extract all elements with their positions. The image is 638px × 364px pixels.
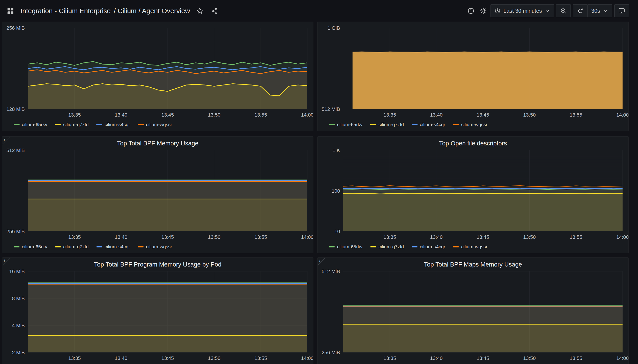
time-series-chart[interactable]: 13:3513:4013:4513:5013:5514:00256 MiB128… [4, 26, 312, 119]
legend-swatch [370, 246, 376, 248]
toolbar: Integration - Cilium Enterprise / Cilium… [0, 0, 638, 22]
svg-text:13:55: 13:55 [570, 355, 582, 361]
legend-swatch [453, 124, 459, 125]
legend-item[interactable]: cilium-wqssr [138, 122, 172, 127]
time-range-label: Last 30 minutes [504, 8, 542, 14]
svg-text:13:55: 13:55 [570, 234, 582, 240]
page-title[interactable]: / Cilium / Agent Overview [114, 7, 190, 15]
legend-swatch [96, 246, 102, 248]
grafana-dashboard: { "nav": { "title_left": "Integration - … [0, 0, 638, 364]
star-icon[interactable] [195, 6, 204, 16]
svg-text:13:50: 13:50 [523, 234, 536, 240]
clock-icon [494, 8, 501, 14]
toolbar-left: Integration - Cilium Enterprise / Cilium… [6, 6, 219, 16]
legend-item[interactable]: cilium-65rkv [14, 244, 47, 250]
legend-item[interactable]: cilium-s4cqr [96, 244, 130, 250]
legend-swatch [14, 246, 20, 248]
svg-text:13:45: 13:45 [476, 234, 489, 240]
svg-text:256 MiB: 256 MiB [322, 350, 340, 355]
zoom-out-button[interactable] [556, 4, 571, 17]
svg-text:13:45: 13:45 [162, 355, 174, 361]
legend-item[interactable]: cilium-65rkv [329, 122, 362, 127]
svg-text:10: 10 [334, 228, 340, 234]
svg-text:13:40: 13:40 [115, 355, 127, 361]
refresh-interval-label: 30s [591, 8, 600, 14]
panel-header[interactable]: Top Total BPF Memory Usage [4, 138, 312, 148]
svg-text:256 MiB: 256 MiB [6, 228, 25, 234]
time-series-chart[interactable]: 13:3513:4013:4513:5013:5514:00512 MiB256… [4, 148, 312, 241]
svg-text:2 MiB: 2 MiB [12, 350, 25, 355]
legend-item[interactable]: cilium-wqssr [453, 122, 488, 127]
tv-mode-button[interactable] [614, 4, 629, 17]
legend-swatch [370, 124, 376, 125]
legend-item[interactable]: cilium-65rkv [14, 122, 47, 127]
svg-text:13:55: 13:55 [570, 112, 582, 118]
refresh-button[interactable] [573, 4, 588, 17]
search-minus-icon [560, 8, 567, 14]
legend-item[interactable]: cilium-s4cqr [412, 122, 445, 127]
legend: cilium-65rkvcilium-q7zfdcilium-s4cqrcili… [329, 362, 627, 364]
breadcrumb-folder[interactable]: Integration - Cilium Enterprise [20, 7, 111, 15]
legend-item[interactable]: cilium-wqssr [138, 244, 172, 250]
time-series-chart[interactable]: 13:3513:4013:4513:5013:5514:001 K10010 [319, 148, 627, 241]
refresh-group: 30s [573, 4, 612, 17]
legend-swatch [138, 124, 144, 125]
legend-swatch [329, 246, 335, 248]
svg-text:4 MiB: 4 MiB [12, 323, 25, 328]
svg-text:13:35: 13:35 [68, 234, 81, 240]
panel-title: Top Total BPF Program Memory Usage by Po… [94, 261, 222, 268]
svg-text:13:55: 13:55 [254, 112, 267, 118]
legend-item[interactable]: cilium-s4cqr [96, 122, 130, 127]
panel-info-icon[interactable]: i [318, 258, 325, 266]
svg-text:128 MiB: 128 MiB [6, 106, 25, 112]
panel-info-icon[interactable]: i [2, 258, 10, 266]
svg-text:13:45: 13:45 [162, 234, 174, 240]
svg-text:14:00: 14:00 [301, 112, 314, 118]
apps-grid-icon[interactable] [6, 6, 16, 16]
svg-text:13:50: 13:50 [208, 112, 220, 118]
panel-top-total-bpf-maps-memory-usage: i Top Total BPF Maps Memory Usage 13:351… [317, 258, 629, 364]
panel-header[interactable]: Top Total BPF Maps Memory Usage [319, 260, 627, 270]
legend: cilium-65rkvcilium-q7zfdcilium-s4cqrcili… [14, 119, 312, 130]
panel-info-icon[interactable]: i [2, 136, 10, 144]
chevron-down-icon [544, 8, 550, 14]
refresh-interval-dropdown[interactable]: 30s [587, 4, 612, 17]
time-series-chart[interactable]: 13:3513:4013:4513:5013:5514:001 GiB512 M… [319, 26, 627, 119]
svg-text:13:55: 13:55 [254, 234, 267, 240]
chevron-down-icon [603, 8, 608, 14]
svg-text:13:50: 13:50 [523, 355, 536, 361]
share-icon[interactable] [210, 6, 219, 16]
svg-text:i: i [4, 258, 5, 263]
gear-icon[interactable] [478, 6, 488, 16]
svg-text:13:50: 13:50 [523, 112, 536, 118]
svg-text:13:45: 13:45 [162, 112, 174, 118]
legend-item[interactable]: cilium-q7zfd [55, 122, 89, 127]
svg-text:1 GiB: 1 GiB [328, 25, 340, 31]
panel-header[interactable]: Top Open file descriptors [319, 138, 627, 148]
svg-text:i: i [319, 258, 320, 263]
panel-memory-usage-by-pod: 13:3513:4013:4513:5013:5514:001 GiB512 M… [317, 14, 629, 131]
svg-text:14:00: 14:00 [616, 234, 629, 240]
time-series-chart[interactable]: 13:3513:4013:4513:5013:5514:00512 MiB256… [319, 270, 627, 362]
legend-item[interactable]: cilium-s4cqr [412, 244, 445, 250]
legend-item[interactable]: cilium-q7zfd [370, 122, 404, 127]
svg-text:13:35: 13:35 [384, 112, 396, 118]
panel-top-open-file-descriptors: i Top Open file descriptors 13:3513:4013… [317, 136, 629, 253]
svg-text:13:35: 13:35 [68, 355, 81, 361]
svg-text:14:00: 14:00 [616, 112, 629, 118]
legend-item[interactable]: cilium-q7zfd [370, 244, 404, 250]
svg-text:100: 100 [332, 188, 340, 194]
panel-top-total-bpf-memory-usage: i Top Total BPF Memory Usage 13:3513:401… [2, 136, 314, 253]
legend-item[interactable]: cilium-q7zfd [55, 244, 89, 250]
legend-item[interactable]: cilium-wqssr [453, 244, 488, 250]
svg-text:13:40: 13:40 [430, 355, 442, 361]
info-circle-icon[interactable] [466, 6, 476, 16]
time-series-chart[interactable]: 13:3513:4013:4513:5013:5514:0016 MiB8 Mi… [4, 270, 312, 362]
legend-swatch [412, 246, 418, 248]
panel-header[interactable]: Top Total BPF Program Memory Usage by Po… [4, 260, 312, 270]
breadcrumb: Integration - Cilium Enterprise / Cilium… [20, 7, 190, 15]
time-range-picker[interactable]: Last 30 minutes [490, 4, 554, 17]
legend: cilium-65rkvcilium-q7zfdcilium-s4cqrcili… [329, 119, 627, 130]
legend-item[interactable]: cilium-65rkv [329, 244, 362, 250]
legend: cilium-65rkvcilium-q7zfdcilium-s4cqrcili… [14, 362, 312, 364]
